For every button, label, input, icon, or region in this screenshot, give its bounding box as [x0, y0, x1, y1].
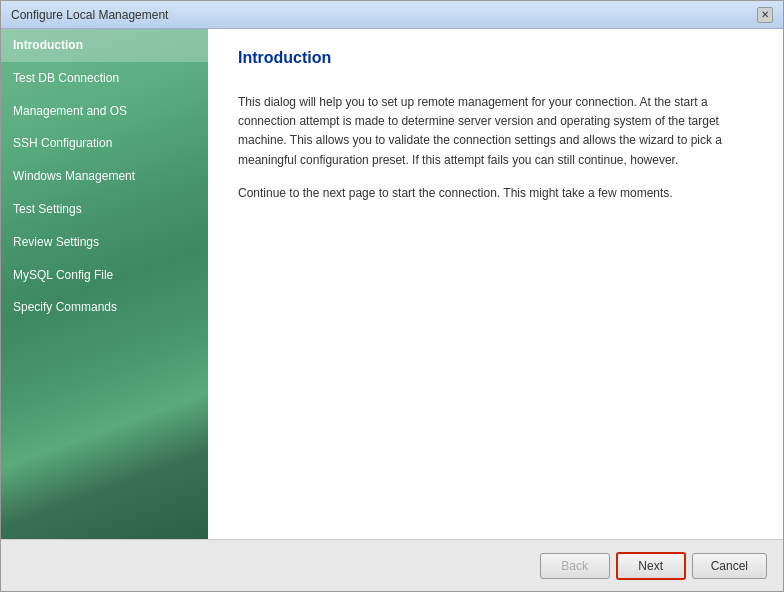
back-button[interactable]: Back [540, 553, 610, 579]
page-title: Introduction [238, 49, 753, 73]
sidebar-item-management-and-os[interactable]: Management and OS [1, 95, 208, 128]
sidebar-item-test-settings[interactable]: Test Settings [1, 193, 208, 226]
main-content: Introduction This dialog will help you t… [208, 29, 783, 539]
sidebar-item-ssh-configuration[interactable]: SSH Configuration [1, 127, 208, 160]
content-area: IntroductionTest DB ConnectionManagement… [1, 29, 783, 539]
cancel-button[interactable]: Cancel [692, 553, 767, 579]
sidebar-item-review-settings[interactable]: Review Settings [1, 226, 208, 259]
sidebar-item-specify-commands[interactable]: Specify Commands [1, 291, 208, 324]
paragraph-2: Continue to the next page to start the c… [238, 184, 753, 203]
next-button[interactable]: Next [616, 552, 686, 580]
close-icon[interactable]: ✕ [757, 7, 773, 23]
footer: Back Next Cancel [1, 539, 783, 591]
dialog: Configure Local Management ✕ Introductio… [0, 0, 784, 592]
main-body: This dialog will help you to set up remo… [238, 93, 753, 519]
sidebar: IntroductionTest DB ConnectionManagement… [1, 29, 208, 539]
paragraph-1: This dialog will help you to set up remo… [238, 93, 753, 170]
sidebar-item-test-db-connection[interactable]: Test DB Connection [1, 62, 208, 95]
sidebar-item-windows-management[interactable]: Windows Management [1, 160, 208, 193]
title-bar: Configure Local Management ✕ [1, 1, 783, 29]
sidebar-item-mysql-config-file[interactable]: MySQL Config File [1, 259, 208, 292]
title-bar-text: Configure Local Management [11, 8, 168, 22]
sidebar-item-introduction[interactable]: Introduction [1, 29, 208, 62]
